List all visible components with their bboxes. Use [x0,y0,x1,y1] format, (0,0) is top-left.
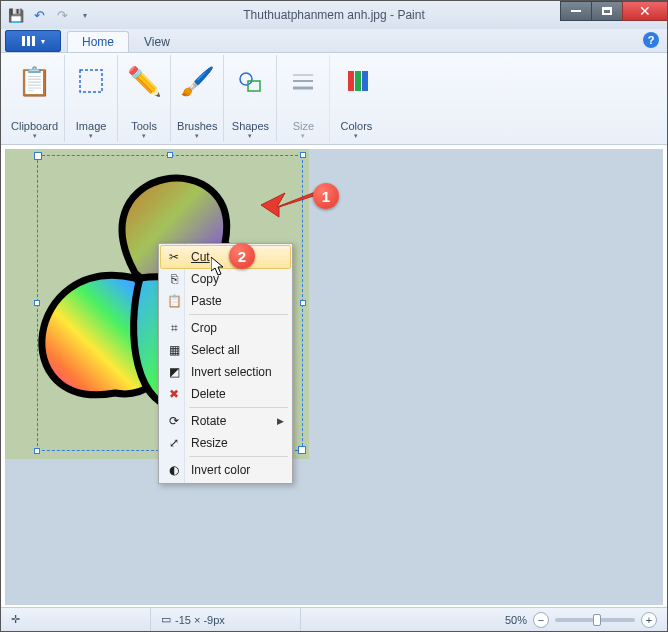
annotation-badge-2: 2 [229,243,255,269]
invert-selection-icon: ◩ [166,365,182,379]
crosshair-icon: ✛ [11,613,20,626]
pencil-icon: ✏️ [124,57,164,105]
close-button[interactable]: ✕ [622,1,668,21]
group-size[interactable]: Size▾ [277,55,330,142]
menu-select-all[interactable]: ▦Select all [161,339,290,361]
size-icon [283,57,323,105]
titlebar: 💾 ↶ ↷ ▾ Thuthuatphanmem anh.jpg - Paint … [1,1,667,29]
delete-icon: ✖ [166,387,182,401]
menu-crop[interactable]: ⌗Crop [161,317,290,339]
canvas-area[interactable]: 1 ThuThuatPhanMem.vn [5,149,663,605]
group-image[interactable]: Image▾ [65,55,118,142]
ribbon-tabs: ▾ Home View ? [1,29,667,53]
group-tools[interactable]: ✏️ Tools▾ [118,55,171,142]
status-position: ✛ [1,608,151,631]
zoom-level: 50% [505,614,527,626]
menu-paste[interactable]: 📋Paste [161,290,290,312]
select-icon [71,57,111,105]
tab-home[interactable]: Home [67,31,129,52]
menu-cut[interactable]: ✂Cut [160,245,291,269]
menu-delete[interactable]: ✖Delete [161,383,290,405]
redo-icon[interactable]: ↷ [51,4,73,26]
menu-rotate[interactable]: ⟳Rotate▶ [161,410,290,432]
menu-copy[interactable]: ⎘Copy [161,268,290,290]
maximize-button[interactable] [591,1,623,21]
resize-icon: ⤢ [166,436,182,450]
svg-rect-7 [355,71,361,91]
save-icon[interactable]: 💾 [5,4,27,26]
group-brushes[interactable]: 🖌️ Brushes▾ [171,55,224,142]
clipboard-icon: 📋 [15,57,55,105]
menu-invert-color[interactable]: ◐Invert color [161,459,290,481]
zoom-slider[interactable] [555,618,635,622]
invert-color-icon: ◐ [166,463,182,477]
annotation-badge-1: 1 [313,183,339,209]
crop-icon: ⌗ [166,321,182,335]
colors-icon [336,57,376,105]
help-icon[interactable]: ? [643,32,659,48]
window-title: Thuthuatphanmem anh.jpg - Paint [243,8,424,22]
minimize-button[interactable] [560,1,592,21]
select-all-icon: ▦ [166,343,182,357]
menu-invert-selection[interactable]: ◩Invert selection [161,361,290,383]
brush-icon: 🖌️ [177,57,217,105]
tab-view[interactable]: View [129,31,185,52]
svg-rect-2 [248,81,260,91]
svg-rect-8 [362,71,368,91]
scissors-icon: ✂ [166,250,182,264]
shapes-icon [230,57,270,105]
qat-dropdown-icon[interactable]: ▾ [74,4,96,26]
status-selection-size: ▭-15 × -9px [151,608,301,631]
ribbon: 📋 Clipboard▾ Image▾ ✏️ Tools▾ 🖌️ Brushes… [1,53,667,145]
svg-rect-6 [348,71,354,91]
zoom-control: 50% − + [495,612,667,628]
zoom-out-button[interactable]: − [533,612,549,628]
context-menu: ✂Cut ⎘Copy 📋Paste ⌗Crop ▦Select all ◩Inv… [158,243,293,484]
file-menu-button[interactable]: ▾ [5,30,61,52]
quick-access-toolbar: 💾 ↶ ↷ ▾ [1,4,100,26]
window-controls: ✕ [560,1,667,21]
submenu-arrow-icon: ▶ [277,416,284,426]
selection-size-icon: ▭ [161,613,171,626]
copy-icon: ⎘ [166,272,182,286]
menu-resize[interactable]: ⤢Resize [161,432,290,454]
paint-window: 💾 ↶ ↷ ▾ Thuthuatphanmem anh.jpg - Paint … [0,0,668,632]
statusbar: ✛ ▭-15 × -9px 50% − + [1,607,667,631]
zoom-in-button[interactable]: + [641,612,657,628]
group-colors[interactable]: Colors▾ [330,55,382,142]
svg-point-1 [240,73,252,85]
paste-icon: 📋 [166,294,182,308]
svg-rect-0 [80,70,102,92]
rotate-icon: ⟳ [166,414,182,428]
undo-icon[interactable]: ↶ [28,4,50,26]
group-shapes[interactable]: Shapes▾ [224,55,277,142]
group-clipboard[interactable]: 📋 Clipboard▾ [5,55,65,142]
